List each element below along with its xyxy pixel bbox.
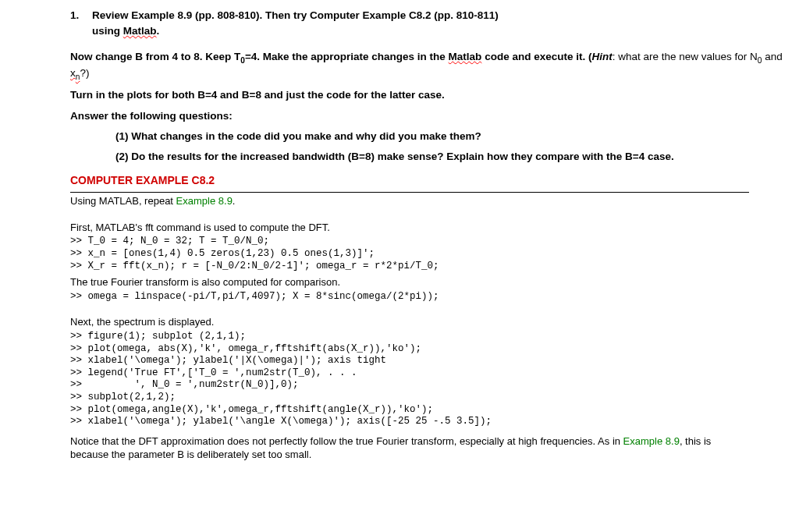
q1-line2-pre: using	[92, 25, 123, 37]
p1-seg1: Now change B from 4 to 8. Keep T	[70, 51, 240, 62]
ce-post: .	[233, 195, 236, 207]
note-pre: Notice that the DFT approximation does n…	[70, 435, 623, 447]
question-1: 1. Review Example 8.9 (pp. 808-810). The…	[70, 8, 783, 40]
q1-line2-post: .	[157, 25, 160, 37]
paragraph-answer: Answer the following questions:	[70, 108, 783, 124]
paragraph-turn-in: Turn in the plots for both B=4 and B=8 a…	[70, 87, 783, 103]
xn-wavy: x	[70, 67, 76, 79]
paragraph-change-b: Now change B from 4 to 8. Keep T0=4. Mak…	[70, 49, 783, 83]
p1-seg2: =4. Make the appropriate changes in the	[245, 51, 449, 62]
notice-paragraph: Notice that the DFT approximation does n…	[70, 434, 749, 462]
ce-intro: Using MATLAB, repeat Example 8.9.	[70, 194, 783, 208]
code-block-2: >> omega = linspace(-pi/T,pi/T,4097); X …	[70, 291, 783, 303]
subquestion-2: (2) Do the results for the increased ban…	[70, 149, 783, 165]
p1-seg3: code and execute it. (	[481, 51, 591, 62]
p1-seg4: : what are the new values for N	[613, 51, 758, 62]
subquestion-1: (1) What changes in the code did you mak…	[70, 129, 783, 144]
matlab-wavy-2: Matlab	[449, 51, 482, 62]
p1-seg5: and	[762, 51, 782, 62]
code-block-1: >> T_0 = 4; N_0 = 32; T = T_0/N_0; >> x_…	[70, 236, 783, 272]
section-1-text: First, MATLAB's fft command is used to c…	[70, 221, 783, 235]
example-link-2: Example 8.9	[623, 435, 680, 447]
q1-number: 1.	[70, 8, 92, 40]
q1-line1: Review Example 8.9 (pp. 808-810). Then t…	[92, 9, 499, 21]
p1-seg6: ?)	[80, 67, 89, 79]
section-3-text: Next, the spectrum is displayed.	[70, 315, 783, 329]
matlab-wavy-1: Matlab	[123, 25, 157, 37]
divider	[70, 192, 749, 193]
ce-pre: Using MATLAB, repeat	[70, 195, 176, 207]
code-block-3: >> figure(1); subplot (2,1,1); >> plot(o…	[70, 331, 783, 428]
computer-example-title: COMPUTER EXAMPLE C8.2	[70, 172, 783, 189]
section-2-text: The true Fourier transform is also compu…	[70, 275, 783, 289]
example-link-1: Example 8.9	[176, 195, 233, 207]
q1-text: Review Example 8.9 (pp. 808-810). Then t…	[92, 8, 499, 40]
p1-hint: Hint	[591, 51, 612, 62]
